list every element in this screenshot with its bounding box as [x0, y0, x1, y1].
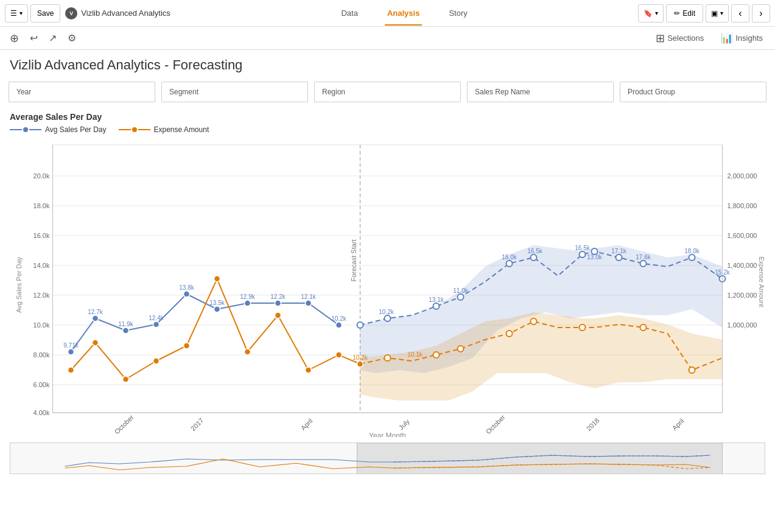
mini-navigator[interactable] — [10, 443, 765, 474]
monitor-icon: ▣ — [711, 9, 718, 18]
svg-point-63 — [93, 340, 99, 346]
filter-sales-rep-label: Sales Rep Name — [475, 88, 530, 96]
filter-bar: Year Segment Region Sales Rep Name Produ… — [0, 78, 775, 106]
svg-point-78 — [580, 324, 586, 331]
svg-text:12.2k: 12.2k — [270, 293, 286, 300]
selections-button[interactable]: ⊞ Selections — [650, 29, 710, 47]
monitor-chevron: ▾ — [720, 10, 723, 16]
zoom-button[interactable]: ⊕ — [6, 30, 23, 47]
tab-data[interactable]: Data — [338, 1, 360, 25]
svg-point-47 — [275, 300, 281, 306]
svg-text:4.00k: 4.00k — [33, 409, 50, 416]
mini-nav-svg — [10, 443, 765, 474]
svg-text:13.1k: 13.1k — [429, 296, 444, 303]
svg-point-41 — [93, 315, 99, 321]
svg-point-40 — [68, 349, 74, 355]
svg-point-60 — [689, 254, 695, 261]
legend-item-blue: Avg Sales Per Day — [10, 125, 107, 134]
svg-text:1,200,000: 1,200,000 — [728, 292, 757, 299]
svg-text:16.5k: 16.5k — [527, 248, 542, 254]
svg-text:Forecast Start: Forecast Start — [350, 239, 357, 281]
prev-button[interactable]: ‹ — [731, 4, 749, 23]
menu-icon: ☰ — [10, 9, 17, 18]
svg-point-45 — [214, 306, 220, 312]
svg-text:1,000,000: 1,000,000 — [728, 321, 757, 329]
insights-bars-icon: 📊 — [721, 32, 733, 44]
svg-text:10.2k: 10.2k — [352, 354, 368, 361]
filter-sales-rep[interactable]: Sales Rep Name — [467, 82, 614, 102]
chart-title: Average Sales Per Day — [10, 112, 765, 122]
svg-point-43 — [153, 321, 160, 327]
svg-point-76 — [507, 331, 513, 337]
svg-text:16.5k: 16.5k — [575, 245, 590, 251]
svg-text:20.0k: 20.0k — [33, 172, 50, 180]
settings-button[interactable]: ⚙ — [64, 30, 80, 46]
tab-analysis[interactable]: Analysis — [385, 1, 422, 25]
monitor-button[interactable]: ▣ ▾ — [706, 4, 729, 23]
svg-text:10.2k: 10.2k — [331, 315, 346, 322]
svg-point-80 — [689, 367, 695, 373]
svg-text:10.0k: 10.0k — [33, 321, 50, 329]
legend-blue-label: Avg Sales Per Day — [45, 125, 107, 134]
back-icon: ↩ — [30, 33, 38, 43]
insights-label: Insights — [735, 33, 763, 43]
svg-text:2017: 2017 — [189, 416, 205, 432]
svg-text:2018: 2018 — [585, 416, 601, 432]
svg-text:11.9k: 11.9k — [118, 321, 133, 327]
svg-text:9.71k: 9.71k — [63, 342, 79, 349]
svg-text:Avg Sales Per Day: Avg Sales Per Day — [15, 256, 23, 313]
filter-segment[interactable]: Segment — [161, 82, 308, 102]
svg-text:1,600,000: 1,600,000 — [728, 232, 757, 239]
filter-product-group-label: Product Group — [628, 88, 675, 96]
svg-point-52 — [433, 303, 440, 309]
svg-text:10.1k: 10.1k — [407, 351, 423, 358]
filter-product-group[interactable]: Product Group — [620, 82, 766, 102]
edit-button[interactable]: ✏ Edit — [666, 4, 703, 23]
svg-point-51 — [385, 315, 391, 321]
legend-item-orange: Expense Amount — [119, 125, 209, 134]
svg-point-74 — [433, 352, 440, 358]
svg-text:17.1k: 17.1k — [611, 248, 626, 254]
chart-area: 20.0k 18.0k 16.0k 14.0k 12.0k 10.0k 8.00… — [10, 139, 765, 439]
svg-point-68 — [245, 349, 251, 355]
share-button[interactable]: ↗ — [45, 30, 60, 46]
svg-point-55 — [531, 254, 537, 261]
tab-story[interactable]: Story — [446, 1, 469, 25]
pencil-icon: ✏ — [674, 9, 680, 18]
legend-orange-label: Expense Amount — [154, 125, 209, 134]
save-label: Save — [37, 9, 54, 18]
svg-text:12.4k: 12.4k — [149, 315, 164, 321]
toolbar-right: 🔖 ▾ ✏ Edit ▣ ▾ ‹ › — [638, 4, 770, 23]
svg-point-66 — [184, 343, 190, 349]
svg-point-75 — [458, 346, 464, 352]
svg-rect-108 — [357, 443, 723, 474]
share-icon: ↗ — [49, 33, 57, 43]
svg-point-64 — [123, 376, 129, 382]
svg-text:6.00k: 6.00k — [33, 381, 50, 388]
settings-icon: ⚙ — [68, 33, 76, 43]
second-toolbar: ⊕ ↩ ↗ ⚙ ⊞ Selections 📊 Insights — [0, 27, 775, 50]
filter-year[interactable]: Year — [9, 82, 155, 102]
chart-container: Average Sales Per Day Avg Sales Per Day … — [0, 106, 775, 441]
svg-point-69 — [275, 312, 281, 318]
svg-point-42 — [123, 327, 129, 334]
svg-text:18.0k: 18.0k — [33, 202, 50, 209]
svg-text:14.0k: 14.0k — [33, 262, 50, 269]
menu-button[interactable]: ☰ ▾ — [5, 4, 28, 23]
svg-text:13.0k: 13.0k — [587, 254, 602, 261]
svg-point-70 — [306, 367, 312, 373]
app-logo: V — [65, 7, 77, 19]
bookmark-chevron: ▾ — [655, 10, 658, 16]
svg-text:13.5k: 13.5k — [209, 299, 225, 306]
svg-text:July: July — [398, 418, 412, 432]
svg-text:13.8k: 13.8k — [179, 284, 194, 291]
filter-region-label: Region — [322, 88, 345, 96]
bookmark-button[interactable]: 🔖 ▾ — [638, 4, 664, 23]
filter-region[interactable]: Region — [314, 82, 461, 102]
back-button[interactable]: ↩ — [26, 30, 41, 46]
app-name-area: V Vizlib Advanced Analytics — [65, 7, 170, 19]
insights-button[interactable]: 📊 Insights — [715, 30, 769, 46]
save-button[interactable]: Save — [30, 4, 60, 23]
next-button[interactable]: › — [752, 4, 770, 23]
svg-point-50 — [357, 322, 363, 328]
